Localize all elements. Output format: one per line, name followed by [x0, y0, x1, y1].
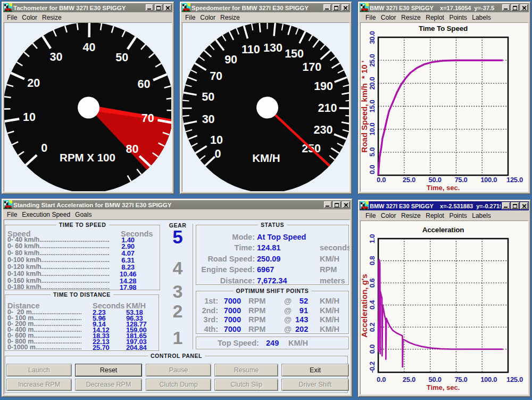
svg-text:30: 30	[202, 113, 215, 126]
svg-text:70: 70	[210, 70, 222, 83]
svg-text:110: 110	[242, 43, 260, 56]
svg-text:50: 50	[202, 91, 214, 103]
svg-text:130: 130	[263, 42, 282, 54]
svg-text:170: 170	[302, 61, 321, 74]
svg-text:150: 150	[285, 47, 304, 60]
svg-text:10: 10	[23, 111, 36, 124]
svg-text:90: 90	[225, 53, 237, 66]
svg-text:10: 10	[210, 134, 223, 146]
svg-text:30: 30	[49, 51, 62, 63]
svg-text:20: 20	[27, 77, 40, 89]
svg-text:70: 70	[142, 112, 154, 125]
svg-text:50: 50	[115, 51, 128, 64]
svg-text:40: 40	[83, 41, 96, 54]
svg-text:210: 210	[318, 102, 337, 115]
svg-text:80: 80	[126, 143, 139, 156]
svg-text:RPM X 100: RPM X 100	[60, 151, 115, 164]
svg-text:0: 0	[215, 148, 221, 160]
svg-text:KM/H: KM/H	[252, 152, 280, 164]
svg-text:230: 230	[314, 124, 333, 136]
svg-text:0: 0	[41, 142, 47, 154]
svg-text:60: 60	[138, 78, 151, 91]
svg-text:190: 190	[314, 80, 333, 93]
